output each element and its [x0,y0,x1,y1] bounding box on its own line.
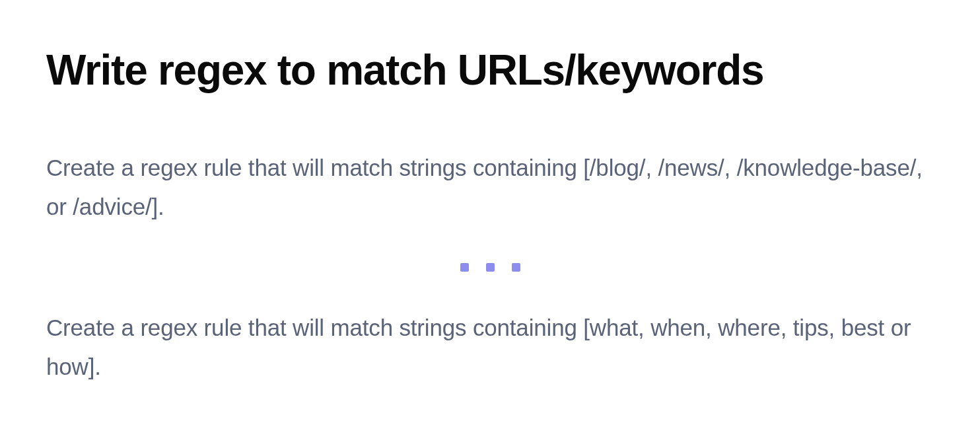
separator-dot-icon [512,263,520,272]
paragraph-2: Create a regex rule that will match stri… [46,308,934,387]
page-title: Write regex to match URLs/keywords [46,46,934,95]
section-separator [46,263,934,272]
paragraph-1: Create a regex rule that will match stri… [46,148,934,227]
separator-dot-icon [460,263,469,272]
separator-dot-icon [486,263,495,272]
